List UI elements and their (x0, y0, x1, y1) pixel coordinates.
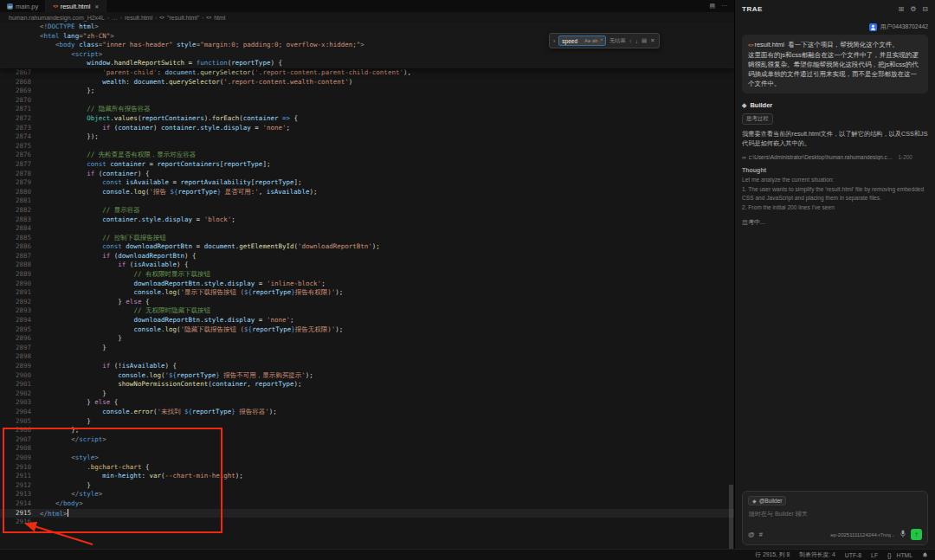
tab-main-py[interactable]: py main.py (0, 0, 46, 12)
indentation-setting[interactable]: 制表符长度: 4 (799, 550, 835, 559)
file-read-reference[interactable]: ∞ c:\Users\Administrator\Desktop\human.r… (742, 154, 928, 160)
line-number[interactable]: 2915 (0, 509, 40, 518)
line-number[interactable]: 2878 (0, 170, 40, 179)
code-line[interactable]: <script> (0, 50, 734, 60)
line-number[interactable]: 2911 (0, 472, 40, 481)
line-number[interactable]: 2896 (0, 334, 40, 344)
line-number[interactable]: 2907 (0, 435, 40, 445)
builder-context-chip[interactable]: ◆ @Builder (748, 496, 786, 505)
code-line[interactable]: 2894 downloadReportBtn.style.display = '… (0, 316, 734, 325)
previous-match-icon[interactable]: ↑ (629, 38, 631, 44)
breadcrumb-ellipsis[interactable]: … (112, 15, 118, 21)
line-number[interactable]: 2873 (0, 124, 40, 133)
line-number[interactable]: 2899 (0, 362, 40, 371)
code-line[interactable]: 2897 } (0, 344, 734, 353)
code-line[interactable]: 2884 (0, 224, 734, 234)
line-number[interactable] (0, 32, 40, 42)
line-number[interactable]: 2868 (0, 78, 40, 87)
line-number[interactable] (0, 23, 40, 32)
line-number[interactable]: 2880 (0, 188, 40, 197)
more-actions-icon[interactable]: ⋯ (721, 3, 727, 10)
code-line[interactable]: 2873 if (container) container.style.disp… (0, 124, 734, 133)
encoding-setting[interactable]: UTF-8 (845, 552, 861, 558)
line-number[interactable]: 2872 (0, 114, 40, 124)
line-number[interactable]: 2916 (0, 518, 40, 527)
code-line[interactable]: 2891 console.log('显示下载报告按钮 (${reportType… (0, 288, 734, 298)
line-number[interactable]: 2905 (0, 417, 40, 427)
code-line[interactable]: 2915</html> (0, 509, 734, 518)
code-line[interactable]: 2907 </script> (0, 435, 734, 445)
thinking-process-chip[interactable]: 思考过程 (742, 113, 773, 125)
notifications-bell-icon[interactable] (922, 551, 928, 558)
code-line[interactable]: 2869 }; (0, 87, 734, 96)
line-number[interactable]: 2894 (0, 316, 40, 325)
line-number[interactable]: 2904 (0, 408, 40, 417)
line-number[interactable]: 2869 (0, 87, 40, 96)
code-line[interactable]: 2896 } (0, 334, 734, 344)
code-line[interactable]: 2871 // 隐藏所有报告容器 (0, 105, 734, 114)
code-line[interactable]: 2911 min-height: var(--chart-min-height)… (0, 472, 734, 481)
next-match-icon[interactable]: ↓ (635, 38, 638, 44)
code-line[interactable]: 2905 } (0, 417, 734, 427)
line-number[interactable]: 2871 (0, 105, 40, 114)
new-chat-icon[interactable]: ⊞ (898, 5, 904, 13)
cursor-position[interactable]: 行 2915, 列 8 (755, 550, 790, 559)
line-number[interactable]: 2909 (0, 454, 40, 463)
code-line[interactable]: 2889 // 有权限时显示下载按钮 (0, 270, 734, 280)
line-number[interactable]: 2867 (0, 68, 40, 78)
line-number[interactable]: 2883 (0, 216, 40, 225)
code-line[interactable]: 2878 if (container) { (0, 170, 734, 179)
code-line[interactable]: 2902 } (0, 389, 734, 399)
line-number[interactable]: 2874 (0, 132, 40, 142)
line-number[interactable]: 2889 (0, 270, 40, 280)
code-line[interactable]: 2879 const isAvailable = reportAvailabil… (0, 178, 734, 188)
code-line[interactable]: 2906 }; (0, 426, 734, 435)
code-line[interactable]: 2916 (0, 518, 734, 527)
microphone-icon[interactable] (900, 530, 906, 539)
whole-word-icon[interactable]: ab (592, 38, 597, 43)
code-line[interactable]: 2875 (0, 142, 734, 151)
line-number[interactable]: 2885 (0, 234, 40, 243)
tab-result-html[interactable]: <> result.html ✕ (46, 0, 106, 12)
code-line[interactable]: 2892 } else { (0, 298, 734, 307)
code-line[interactable]: 2908 (0, 444, 734, 454)
line-number[interactable]: 2906 (0, 426, 40, 435)
code-line[interactable]: 2876 // 先检查是否有权限，显示对应容器 (0, 151, 734, 160)
line-number[interactable]: 2914 (0, 499, 40, 509)
line-number[interactable]: 2912 (0, 481, 40, 491)
line-number[interactable]: 2910 (0, 463, 40, 473)
code-line[interactable]: 2913 </style> (0, 490, 734, 499)
line-number[interactable]: 2902 (0, 389, 40, 399)
breadcrumb-file[interactable]: result.html (125, 15, 152, 21)
file-reference-chip[interactable]: <>result.html (748, 41, 784, 48)
line-number[interactable]: 2870 (0, 96, 40, 106)
search-query[interactable]: speed (562, 38, 583, 44)
add-context-icon[interactable]: @ (748, 531, 755, 538)
code-line[interactable]: 2893 // 无权限时隐藏下载按钮 (0, 306, 734, 316)
code-line[interactable]: 2888 if (isAvailable) { (0, 261, 734, 270)
code-line[interactable]: 2867 'parent-child': document.querySelec… (0, 68, 734, 78)
line-number[interactable]: 2897 (0, 344, 40, 353)
close-tab-icon[interactable]: ✕ (94, 3, 99, 10)
code-line[interactable]: 2887 if (downloadReportBtn) { (0, 252, 734, 261)
match-case-icon[interactable]: Aa (584, 38, 590, 43)
builder-header[interactable]: ◆ Builder (742, 101, 928, 109)
line-number[interactable]: 2891 (0, 288, 40, 298)
chat-input[interactable]: 随时在与 Builder 聊天 (749, 510, 921, 518)
language-mode[interactable]: {} HTML (887, 552, 912, 558)
regex-icon[interactable]: .* (599, 38, 603, 43)
code-line[interactable]: 2872 Object.values(reportContainers).for… (0, 114, 734, 124)
line-number[interactable]: 2893 (0, 306, 40, 316)
line-number[interactable]: 2913 (0, 490, 40, 499)
line-number[interactable]: 2890 (0, 280, 40, 289)
code-line[interactable]: 2914 </body> (0, 499, 734, 509)
code-line[interactable]: 2868 wealth: document.querySelector('.re… (0, 78, 734, 87)
line-number[interactable] (0, 41, 40, 50)
code-line[interactable]: 2880 console.log('报告 ${reportType} 是否可用:… (0, 188, 734, 197)
code-line[interactable]: 2895 console.log('隐藏下载报告按钮 (${reportType… (0, 325, 734, 335)
code-line[interactable]: 2899 if (!isAvailable) { (0, 362, 734, 371)
hash-icon[interactable]: # (759, 531, 763, 538)
line-number[interactable]: 2892 (0, 298, 40, 307)
breadcrumb-symbol-html[interactable]: html (214, 15, 225, 21)
code-line[interactable]: 2885 // 控制下载报告按钮 (0, 234, 734, 243)
